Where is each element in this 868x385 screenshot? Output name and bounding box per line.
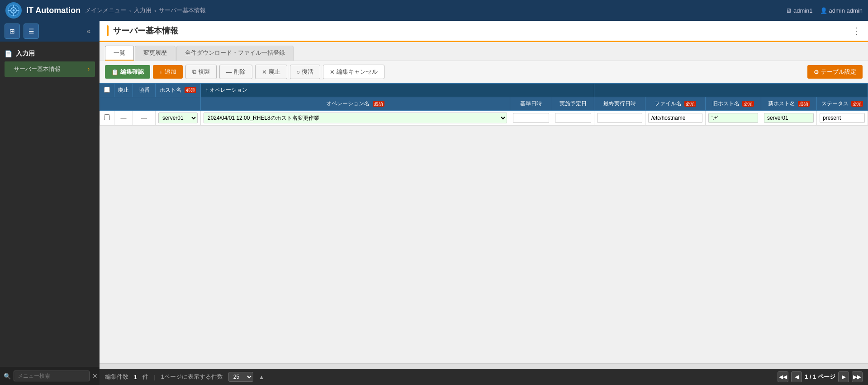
app-logo — [5, 2, 22, 19]
cell-old-hostname — [706, 111, 761, 126]
table-header-row2: オペレーション名 必須 基準日時 実施予定日 最終実行日時 — [100, 97, 868, 111]
last-exec-date-input[interactable] — [597, 113, 642, 123]
cell-hostname: server01 — [156, 111, 201, 126]
footer: 編集件数 1 件 | 1ページに表示する件数 25 50 100 ▲ ◀◀ ◀ … — [100, 369, 868, 385]
sidebar-section-label: 📄 入力用 — [5, 47, 95, 61]
required-badge-status: 必須 — [851, 101, 863, 107]
per-page-arrow: ▲ — [259, 374, 265, 380]
breadcrumb: メインメニュー › 入力用 › サーバー基本情報 — [85, 6, 206, 14]
filename-input[interactable] — [648, 113, 702, 123]
cell-scheduled-date — [552, 111, 594, 126]
th-parameter-section — [594, 84, 868, 97]
per-page-select[interactable]: 25 50 100 — [228, 372, 253, 382]
nav-current: サーバー基本情報 — [159, 6, 206, 14]
sidebar-item-arrow: › — [88, 66, 90, 72]
disable-btn[interactable]: ✕ 廃止 — [255, 65, 287, 79]
grid-icon-btn[interactable]: ⊞ — [5, 23, 20, 39]
sidebar-item-label: サーバー基本情報 — [14, 65, 61, 73]
sidebar-top: ⊞ ☰ « — [0, 21, 100, 42]
th-hostname: ホスト名 必須 — [156, 84, 201, 97]
sidebar-item-server-basic[interactable]: サーバー基本情報 › — [5, 61, 95, 77]
page-menu-dots[interactable]: ⋮ — [852, 25, 861, 36]
row-checkbox[interactable] — [104, 114, 110, 120]
table-body: — — server01 2024/04/01 12:00_R — [100, 111, 868, 126]
th-filename: ファイル名 必須 — [645, 97, 706, 111]
nav-section[interactable]: 入力用 — [134, 6, 152, 14]
nav-main[interactable]: メインメニュー — [85, 6, 126, 14]
page-title: サーバー基本情報 — [113, 25, 178, 36]
header-right: 🖥 admin1 👤 admin admin — [786, 7, 863, 14]
sidebar-search-area: 🔍 ✕ — [0, 367, 100, 385]
search-input[interactable] — [14, 371, 90, 381]
new-hostname-input[interactable] — [764, 113, 814, 123]
prev-page-btn[interactable]: ◀ — [791, 371, 802, 382]
tab-download[interactable]: 全件ダウンロード・ファイル一括登録 — [176, 46, 294, 61]
cell-checkbox — [100, 111, 114, 126]
cancel-btn[interactable]: ✕ 編集キャンセル — [323, 65, 384, 79]
th-last-exec-date: 最終実行日時 — [594, 97, 645, 111]
old-hostname-input[interactable] — [708, 113, 758, 123]
confirm-btn[interactable]: 📋 編集確認 — [105, 65, 150, 79]
cell-status — [817, 111, 868, 126]
next-page-btn[interactable]: ▶ — [838, 371, 849, 382]
status-input[interactable] — [820, 113, 865, 123]
data-table: 廃止 項番 ホスト名 必須 ↑ オペレーション — [100, 83, 868, 126]
required-badge-opname: 必須 — [373, 101, 384, 107]
search-clear-btn[interactable]: ✕ — [92, 372, 98, 380]
monitor-icon: 🖥 — [786, 7, 792, 14]
cell-last-exec-date — [594, 111, 645, 126]
last-page-btn[interactable]: ▶▶ — [852, 371, 863, 382]
page-header: サーバー基本情報 ⋮ — [100, 21, 868, 42]
tab-history[interactable]: 変更履歴 — [135, 46, 175, 61]
header-accent-bar — [107, 25, 109, 36]
th-operation-name: オペレーション名 必須 — [201, 97, 510, 111]
footer-unit: 件 — [142, 373, 148, 381]
th-status: ステータス 必須 — [817, 97, 868, 111]
nav-sep2: › — [154, 7, 156, 14]
base-date-input[interactable] — [513, 113, 549, 123]
cell-koban: — — [133, 111, 156, 126]
delete-icon: — — [226, 69, 232, 75]
scheduled-date-input[interactable] — [555, 113, 591, 123]
table-header: 廃止 項番 ホスト名 必須 ↑ オペレーション — [100, 84, 868, 111]
add-btn[interactable]: + 追加 — [153, 65, 183, 79]
horizontal-scrollbar[interactable] — [100, 363, 868, 369]
th-koban: 項番 — [133, 84, 156, 97]
operation-name-select[interactable]: 2024/04/01 12:00_RHEL8のホスト名変更作業 — [204, 113, 507, 123]
th-operation-section: ↑ オペレーション — [201, 84, 594, 97]
list-icon-btn[interactable]: ☰ — [24, 23, 39, 39]
restore-icon: ○ — [297, 69, 300, 75]
table-row: — — server01 2024/04/01 12:00_R — [100, 111, 868, 126]
tab-list[interactable]: 一覧 — [105, 46, 134, 61]
nav-sep1: › — [129, 7, 131, 14]
per-page-label: 1ページに表示する件数 — [161, 373, 223, 381]
cell-base-date — [510, 111, 552, 126]
restore-btn[interactable]: ○ 復活 — [290, 65, 321, 79]
hostname-select[interactable]: server01 — [158, 113, 198, 123]
th-empty-spacer — [100, 97, 201, 111]
toolbar: 📋 編集確認 + 追加 ⧉ 複製 — 削除 ✕ 廃止 ○ 復活 — [100, 61, 868, 83]
collapse-btn[interactable]: « — [82, 25, 95, 38]
required-badge-newhostname: 必須 — [798, 101, 810, 107]
delete-btn[interactable]: — 削除 — [219, 65, 252, 79]
table-header-row1: 廃止 項番 ホスト名 必須 ↑ オペレーション — [100, 84, 868, 97]
app-title: IT Automation — [26, 6, 81, 15]
monitor-user: 🖥 admin1 — [786, 7, 813, 14]
app-header: IT Automation メインメニュー › 入力用 › サーバー基本情報 🖥… — [0, 0, 868, 21]
first-page-btn[interactable]: ◀◀ — [778, 371, 788, 382]
table-settings-btn[interactable]: ⚙ テーブル設定 — [807, 65, 863, 79]
user-icon: 👤 — [820, 7, 827, 14]
footer-separator: | — [154, 374, 155, 380]
copy-icon: ⧉ — [192, 68, 196, 75]
edit-count-label: 編集件数 — [105, 373, 128, 381]
svg-point-2 — [13, 9, 15, 12]
add-icon: + — [159, 69, 163, 75]
user-account[interactable]: 👤 admin admin — [820, 7, 863, 14]
select-all-checkbox[interactable] — [104, 87, 110, 93]
section-label-text: 入力用 — [16, 50, 35, 58]
copy-btn[interactable]: ⧉ 複製 — [185, 65, 217, 79]
main-content: サーバー基本情報 ⋮ 一覧 変更履歴 全件ダウンロード・ファイル一括登録 📋 編… — [100, 21, 868, 385]
admin1-label: admin1 — [793, 7, 813, 14]
main-layout: ⊞ ☰ « 📄 入力用 サーバー基本情報 › 🔍 ✕ サーバー基本情報 ⋮ — [0, 21, 868, 385]
cancel-icon: ✕ — [330, 69, 335, 75]
